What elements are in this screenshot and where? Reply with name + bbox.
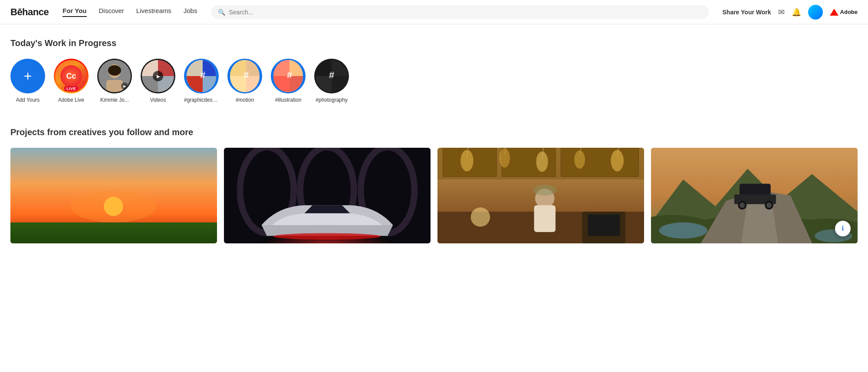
plus-icon: +: [24, 68, 32, 84]
project-card-1[interactable]: [10, 148, 217, 243]
story-add-yours[interactable]: + Add Yours: [10, 59, 45, 103]
project-image-1-svg: [10, 148, 217, 243]
story-graphicdesign[interactable]: # #graphicdesign: [184, 59, 219, 103]
videos-image: ▶: [142, 60, 174, 92]
stories-row: + Add Yours Cc LIVE Adobe Live: [10, 59, 858, 106]
messages-icon-button[interactable]: ✉: [778, 7, 785, 17]
search-input[interactable]: [229, 9, 701, 16]
kimmie-label: Kimmie Jo...: [100, 97, 129, 103]
notifications-icon-button[interactable]: 🔔: [792, 7, 801, 17]
project-thumb-3: [437, 148, 644, 243]
adobe-live-ring: Cc LIVE: [54, 59, 89, 93]
nav-livestreams[interactable]: Livestreams: [136, 7, 171, 17]
search-bar[interactable]: 🔍: [211, 5, 708, 19]
photography-mosaic-svg: #: [316, 60, 348, 92]
motion-ring: #: [227, 59, 262, 93]
projects-section-title: Projects from creatives you follow and m…: [10, 127, 858, 137]
svg-point-60: [471, 207, 490, 227]
project-image-3-svg: [437, 148, 644, 243]
story-kimmie[interactable]: ▶ Kimmie Jo...: [97, 59, 132, 103]
kimmie-image: ▶: [99, 60, 131, 92]
kimmie-ring: ▶: [97, 59, 132, 93]
photography-image: #: [316, 60, 348, 92]
photography-label: #photography: [316, 97, 347, 103]
project-thumb-4: [651, 148, 858, 243]
svg-point-3: [108, 65, 121, 76]
graphicdesign-ring: #: [184, 59, 219, 93]
navigation: Bēhance For You Discover Livestreams Job…: [0, 0, 868, 24]
svg-rect-2: [106, 80, 123, 92]
graphicdesign-mosaic-svg: #: [187, 60, 216, 92]
story-adobe-live[interactable]: Cc LIVE Adobe Live: [54, 59, 89, 103]
projects-grid: i: [10, 148, 858, 243]
photography-ring: #: [314, 59, 349, 93]
svg-point-58: [611, 150, 624, 171]
video-icon-small: ▶: [123, 84, 126, 88]
svg-point-56: [574, 150, 585, 169]
nav-for-you[interactable]: For You: [62, 7, 86, 17]
live-badge: LIVE: [64, 86, 78, 91]
search-icon: 🔍: [218, 9, 225, 16]
svg-point-63: [533, 185, 556, 196]
project-image-2-svg: [224, 148, 431, 243]
adobe-live-label: Adobe Live: [58, 97, 84, 103]
brand-logo[interactable]: Bēhance: [10, 7, 49, 18]
svg-point-50: [460, 150, 473, 171]
svg-text:#: #: [200, 70, 205, 80]
play-button: ▶: [153, 71, 163, 81]
project-card-4[interactable]: i: [651, 148, 858, 243]
graphicdesign-image: #: [187, 60, 216, 92]
projects-section: Projects from creatives you follow and m…: [10, 127, 858, 243]
svg-text:#: #: [329, 70, 334, 80]
adobe-logo: Adobe: [830, 9, 858, 16]
graphicdesign-label: #graphicdesign: [184, 97, 219, 103]
motion-mosaic-svg: #: [230, 60, 260, 92]
videos-label: Videos: [150, 97, 166, 103]
main-content: Today's Work in Progress + Add Yours Cc …: [0, 24, 868, 243]
project-card-3[interactable]: [437, 148, 644, 243]
cc-symbol: Cc: [66, 72, 76, 81]
creative-cloud-icon: Cc: [60, 65, 82, 87]
svg-point-54: [536, 152, 548, 172]
svg-rect-65: [588, 214, 620, 236]
project-image-4-svg: [651, 148, 858, 243]
svg-rect-36: [10, 223, 217, 243]
motion-label: #motion: [236, 97, 254, 103]
nav-jobs[interactable]: Jobs: [184, 7, 197, 17]
video-indicator: ▶: [121, 83, 128, 90]
illustration-label: #illustration: [275, 97, 302, 103]
add-yours-label: Add Yours: [16, 97, 40, 103]
illustration-ring: #: [271, 59, 306, 93]
motion-image: #: [230, 60, 260, 92]
svg-point-52: [499, 148, 510, 168]
svg-point-37: [70, 190, 156, 223]
story-videos[interactable]: ▶ Videos: [141, 59, 175, 103]
svg-point-72: [766, 203, 772, 208]
story-illustration[interactable]: # #illustration: [271, 59, 306, 103]
svg-point-70: [740, 203, 745, 208]
nav-actions: Share Your Work ✉ 🔔 Adobe: [723, 5, 858, 20]
illustration-mosaic-svg: #: [273, 60, 303, 92]
user-avatar[interactable]: [808, 5, 823, 20]
nav-discover[interactable]: Discover: [99, 7, 124, 17]
project-card-2[interactable]: [224, 148, 431, 243]
svg-text:#: #: [287, 70, 292, 80]
adobe-triangle-icon: [830, 9, 838, 16]
stories-section-title: Today's Work in Progress: [10, 38, 858, 48]
info-button[interactable]: i: [835, 221, 851, 236]
adobe-label: Adobe: [840, 9, 858, 15]
project-thumb-2: [224, 148, 431, 243]
story-motion[interactable]: # #motion: [227, 59, 262, 103]
add-yours-circle: +: [10, 59, 45, 93]
svg-rect-48: [561, 148, 638, 177]
stories-section: Today's Work in Progress + Add Yours Cc …: [10, 38, 858, 106]
adobe-live-image: Cc LIVE: [55, 60, 87, 92]
play-icon: ▶: [157, 74, 160, 79]
story-photography[interactable]: # #photography: [314, 59, 349, 103]
project-thumb-1: [10, 148, 217, 243]
nav-links: For You Discover Livestreams Jobs: [62, 7, 197, 17]
svg-rect-62: [534, 205, 556, 232]
share-work-button[interactable]: Share Your Work: [723, 9, 771, 16]
svg-point-73: [659, 223, 707, 239]
svg-point-43: [273, 233, 381, 240]
